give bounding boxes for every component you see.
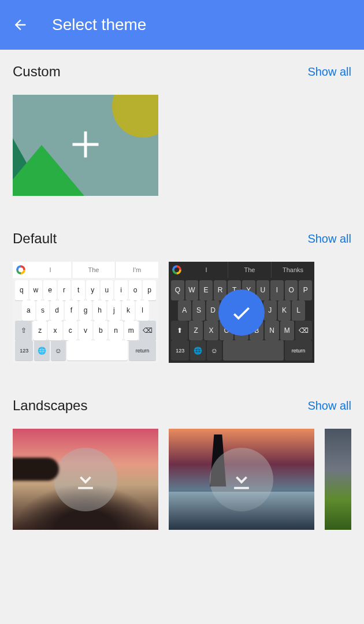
key: p — [143, 280, 156, 300]
key: u — [101, 280, 114, 300]
section-title-default: Default — [13, 231, 57, 247]
key: j — [107, 300, 121, 321]
key: f — [65, 300, 78, 321]
landscape-theme-2[interactable] — [169, 429, 314, 530]
key: t — [72, 280, 85, 300]
landscape-theme-1[interactable] — [13, 429, 158, 530]
theme-light-keyboard[interactable]: I The I'm q w e r t y u i o p — [13, 262, 158, 363]
section-landscapes: Landscapes Show all — [0, 363, 364, 530]
key: S — [192, 300, 206, 321]
key: k — [122, 300, 135, 321]
key: d — [50, 300, 64, 321]
landscapes-thumb-row — [13, 429, 351, 530]
globe-key-icon: 🌐 — [34, 340, 49, 361]
app-header: Select theme — [0, 0, 364, 50]
emoji-key-icon: ☺ — [207, 340, 222, 361]
page-title: Select theme — [52, 16, 146, 34]
space-key — [67, 340, 128, 361]
show-all-landscapes[interactable]: Show all — [307, 399, 351, 413]
keyboard-rows: q w e r t y u i o p a s d f g h — [13, 278, 158, 363]
key: A — [178, 300, 191, 321]
theme-dark-keyboard[interactable]: I The Thanks Q W E R T Y U I O P — [169, 262, 314, 363]
key: J — [263, 300, 277, 321]
key: P — [299, 280, 312, 300]
section-header-custom: Custom Show all — [13, 64, 351, 80]
return-key: return — [129, 340, 156, 361]
key: X — [204, 321, 218, 341]
section-title-custom: Custom — [13, 64, 61, 80]
key: E — [199, 280, 213, 300]
key: e — [43, 280, 57, 300]
key: n — [109, 321, 122, 341]
section-title-landscapes: Landscapes — [13, 398, 87, 414]
plus-icon — [68, 127, 103, 164]
key: v — [79, 321, 92, 341]
key: o — [129, 280, 142, 300]
download-icon — [210, 448, 273, 511]
key: y — [86, 280, 99, 300]
suggestion-bar: I The I'm — [13, 262, 158, 278]
download-icon — [54, 448, 117, 511]
suggestion: I — [29, 262, 72, 278]
key: W — [185, 280, 199, 300]
sun-shape — [112, 95, 158, 138]
suggestion-bar: I The Thanks — [169, 262, 314, 278]
return-key: return — [285, 340, 312, 361]
space-key — [223, 340, 284, 361]
key: K — [278, 300, 291, 321]
shift-key-icon: ⇧ — [15, 321, 32, 341]
suggestion: I — [185, 262, 228, 278]
key: I — [270, 280, 284, 300]
shift-key-icon: ⬆ — [171, 321, 188, 341]
key: l — [136, 300, 149, 321]
key: a — [22, 300, 35, 321]
key: N — [265, 321, 278, 341]
key: b — [94, 321, 107, 341]
key: s — [36, 300, 50, 321]
globe-key-icon: 🌐 — [190, 340, 205, 361]
google-logo-icon — [172, 265, 181, 274]
key: Q — [171, 280, 184, 300]
default-thumb-row: I The I'm q w e r t y u i o p — [13, 262, 351, 363]
key: L — [292, 300, 305, 321]
key: M — [280, 321, 294, 341]
key: q — [15, 280, 28, 300]
show-all-default[interactable]: Show all — [307, 232, 351, 246]
backspace-key-icon: ⌫ — [295, 321, 312, 341]
key: h — [93, 300, 106, 321]
custom-thumb-row — [13, 95, 351, 196]
key: c — [64, 321, 77, 341]
selected-check-icon — [218, 289, 265, 336]
back-icon[interactable] — [12, 16, 29, 34]
landscape-theme-3[interactable] — [325, 429, 351, 530]
add-custom-theme-button[interactable] — [13, 95, 158, 196]
emoji-key-icon: ☺ — [51, 340, 66, 361]
backspace-key-icon: ⌫ — [139, 321, 156, 341]
key: z — [33, 321, 47, 341]
section-header-default: Default Show all — [13, 231, 351, 247]
suggestion: The — [72, 262, 115, 278]
section-custom: Custom Show all — [0, 50, 364, 196]
section-default: Default Show all I The I'm q w e r t — [0, 196, 364, 363]
key: m — [124, 321, 138, 341]
key: i — [114, 280, 128, 300]
numbers-key: 123 — [15, 340, 33, 361]
key: w — [29, 280, 43, 300]
key: r — [58, 280, 71, 300]
section-header-landscapes: Landscapes Show all — [13, 398, 351, 414]
numbers-key: 123 — [171, 340, 189, 361]
key: D — [206, 300, 220, 321]
suggestion: I'm — [115, 262, 158, 278]
suggestion: Thanks — [271, 262, 314, 278]
google-logo-icon — [16, 265, 25, 274]
key: g — [79, 300, 92, 321]
key: x — [48, 321, 62, 341]
key: Z — [189, 321, 203, 341]
suggestion: The — [228, 262, 271, 278]
show-all-custom[interactable]: Show all — [307, 65, 351, 79]
key: O — [285, 280, 298, 300]
